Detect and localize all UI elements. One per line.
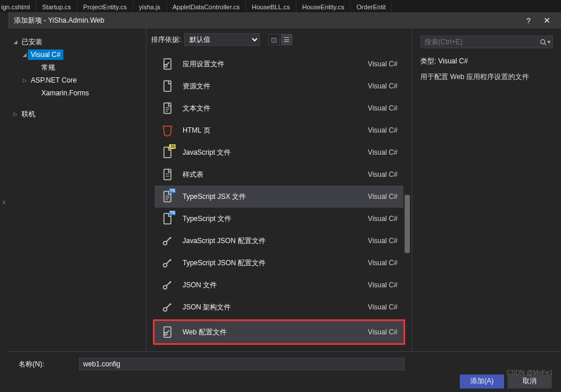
doc-icon <box>160 79 174 93</box>
template-language: Visual C# <box>368 126 398 134</box>
svg-rect-3 <box>164 103 171 113</box>
watermark: CSDN @MoFe1 <box>506 369 553 376</box>
json-icon <box>160 300 174 314</box>
template-name: TypeScript JSX 文件 <box>183 192 368 202</box>
template-name: Web 配置文件 <box>183 327 368 337</box>
template-item[interactable]: TS TypeScript JSX 文件 Visual C# <box>155 186 403 208</box>
wrench-icon <box>160 57 174 71</box>
template-name: JavaScript JSON 配置文件 <box>183 236 368 246</box>
tree-node-aspnet-core[interactable]: ▷ASP.NET Core <box>8 74 146 87</box>
text-icon: TS <box>160 190 174 204</box>
template-name: TypeScript 文件 <box>183 214 368 224</box>
dialog-title: 添加新项 - YiSha.Admin.Web <box>14 16 519 26</box>
tree-node-xamarin-forms[interactable]: Xamarin.Forms <box>8 87 146 99</box>
template-name: JSON 架构文件 <box>183 302 368 312</box>
svg-line-28 <box>545 43 546 44</box>
doc-icon: JS <box>160 145 174 159</box>
name-input[interactable] <box>79 358 405 370</box>
template-description: 用于配置 Web 应用程序设置的文件 <box>420 72 553 82</box>
svg-point-19 <box>170 259 171 261</box>
template-item[interactable]: 程序集信息文件 Visual C# <box>155 346 403 351</box>
svg-rect-2 <box>164 81 171 91</box>
template-item[interactable]: HTML 页 Visual C# <box>155 119 403 141</box>
tree-node-general[interactable]: 常规 <box>8 61 146 74</box>
template-language: Visual C# <box>368 303 398 311</box>
tree-node-online[interactable]: ▷联机 <box>8 108 146 120</box>
template-item[interactable]: JS JavaScript 文件 Visual C# <box>155 141 403 163</box>
template-language: Visual C# <box>368 259 398 267</box>
template-language: Visual C# <box>368 82 398 90</box>
template-item[interactable]: Web 配置文件 Visual C# <box>155 321 403 343</box>
template-item[interactable]: 文本文件 Visual C# <box>155 97 403 119</box>
json-icon <box>160 256 174 270</box>
description-pane: ▾ 类型: Visual C# 用于配置 Web 应用程序设置的文件 <box>412 28 561 351</box>
search-button[interactable]: ▾ <box>538 35 553 48</box>
json-icon <box>160 234 174 248</box>
cancel-button[interactable]: 取消 <box>508 375 552 389</box>
template-item[interactable]: 样式表 Visual C# <box>155 163 403 186</box>
editor-tab-strip: ign.cshtmlStartup.csProjectEntity.csyish… <box>0 0 561 12</box>
template-language: Visual C# <box>368 328 398 336</box>
add-new-item-dialog: 添加新项 - YiSha.Admin.Web ? ✕ ◢已安装 ◢Visual … <box>8 12 561 392</box>
template-name: TypeScript JSON 配置文件 <box>183 258 368 268</box>
template-language: Visual C# <box>368 60 398 68</box>
template-name: 资源文件 <box>183 81 368 91</box>
help-button[interactable]: ? <box>519 16 538 25</box>
svg-point-23 <box>170 304 171 305</box>
dialog-bottom-bar: 名称(N): 添加(A) 取消 <box>8 351 561 392</box>
template-item[interactable]: JSON 文件 Visual C# <box>155 274 403 296</box>
template-list: 应用设置文件 Visual C# 资源文件 Visual C# 文本文件 Vis… <box>146 51 412 351</box>
template-item[interactable]: 资源文件 Visual C# <box>155 75 403 97</box>
template-name: 文本文件 <box>183 104 368 113</box>
template-list-pane: 排序依据: 默认值 ◫ ☰ 应用设置文件 Visual C# 资源文件 Visu… <box>146 28 412 351</box>
template-item[interactable]: 应用设置文件 Visual C# <box>155 53 403 75</box>
template-language: Visual C# <box>368 215 398 223</box>
search-icon <box>539 38 547 46</box>
close-button[interactable]: ✕ <box>538 16 556 25</box>
sort-by-select[interactable]: 默认值 <box>184 33 260 46</box>
text-icon <box>160 101 174 115</box>
scrollbar-thumb[interactable] <box>405 195 410 253</box>
dialog-title-bar: 添加新项 - YiSha.Admin.Web ? ✕ <box>8 12 561 28</box>
name-label: 名称(N): <box>19 359 79 369</box>
template-item[interactable]: TS TypeScript 文件 Visual C# <box>155 208 403 230</box>
sort-by-label: 排序依据: <box>151 35 181 45</box>
template-name: 样式表 <box>183 170 368 180</box>
doc-icon: TS <box>160 212 174 226</box>
editor-tab[interactable]: yisha.js <box>133 0 167 12</box>
doc-icon <box>160 350 174 351</box>
tree-node-installed[interactable]: ◢已安装 <box>8 35 146 48</box>
template-name: JavaScript 文件 <box>183 148 368 158</box>
editor-tab[interactable]: HouseEntity.cs <box>296 0 351 12</box>
editor-tab[interactable]: Startup.cs <box>37 0 78 12</box>
template-language: Visual C# <box>368 281 398 289</box>
json-icon <box>160 278 174 292</box>
template-item[interactable]: JavaScript JSON 配置文件 Visual C# <box>155 230 403 252</box>
template-name: 应用设置文件 <box>183 59 368 69</box>
svg-point-27 <box>541 40 545 44</box>
editor-tab[interactable]: ign.cshtml <box>0 0 37 12</box>
tree-node-visual-csharp[interactable]: ◢Visual C# <box>8 48 146 61</box>
svg-point-17 <box>170 237 171 239</box>
editor-tab[interactable]: AppletDataController.cs <box>167 0 246 12</box>
editor-tab[interactable]: OrderEntit <box>351 0 392 12</box>
style-icon <box>160 168 174 181</box>
category-tree: ◢已安装 ◢Visual C# 常规 ▷ASP.NET Core Xamarin… <box>8 35 146 120</box>
template-language: Visual C# <box>368 193 398 201</box>
template-item[interactable]: JSON 架构文件 Visual C# <box>155 296 403 318</box>
search-input[interactable] <box>420 35 538 48</box>
editor-tab[interactable]: HouseBLL.cs <box>246 0 296 12</box>
template-name: HTML 页 <box>183 126 368 136</box>
type-line: 类型: Visual C# <box>420 56 553 66</box>
template-language: Visual C# <box>368 237 398 245</box>
view-large-icon[interactable]: ◫ <box>268 34 280 45</box>
category-tree-pane: ◢已安装 ◢Visual C# 常规 ▷ASP.NET Core Xamarin… <box>8 28 146 351</box>
add-button[interactable]: 添加(A) <box>460 375 504 389</box>
editor-tab[interactable]: ProjectEntity.cs <box>77 0 133 12</box>
template-language: Visual C# <box>368 104 398 112</box>
template-list-header: 排序依据: 默认值 ◫ ☰ <box>146 28 412 51</box>
view-list-icon[interactable]: ☰ <box>281 34 292 45</box>
template-language: Visual C# <box>368 148 398 156</box>
template-item[interactable]: TypeScript JSON 配置文件 Visual C# <box>155 252 403 274</box>
svg-rect-8 <box>164 169 171 180</box>
